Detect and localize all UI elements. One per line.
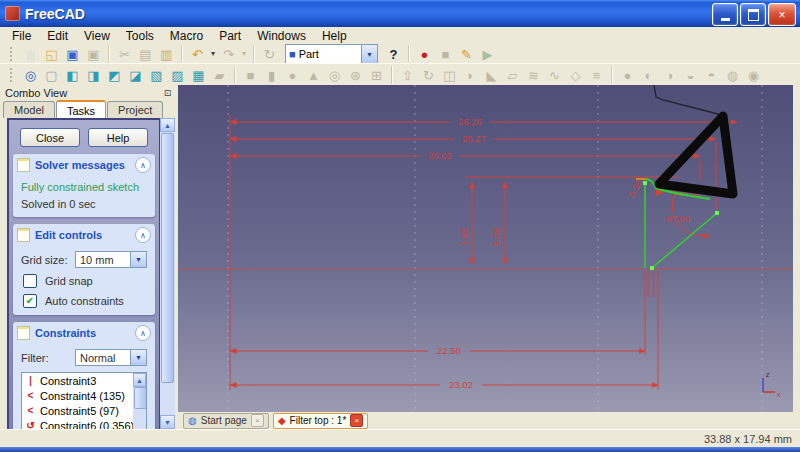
- tube-primitive-icon[interactable]: ⊛: [346, 66, 365, 85]
- menu-item[interactable]: Edit: [39, 28, 76, 44]
- rear-view-icon[interactable]: ◪: [126, 66, 145, 85]
- shape-builder-icon[interactable]: ⊞: [367, 66, 386, 85]
- refresh-icon[interactable]: ↻: [260, 45, 279, 64]
- minimize-button[interactable]: [712, 3, 738, 26]
- constraint-list-item[interactable]: ∣ Constraint3: [22, 373, 146, 388]
- left-view-icon[interactable]: ▨: [168, 66, 187, 85]
- sweep-icon[interactable]: ∿: [545, 66, 564, 85]
- filter-dropdown-icon[interactable]: ▼: [130, 350, 146, 365]
- dimension-labels[interactable]: 26.26 25.27 25.02 4.98 5.08 22.50 23.02 …: [428, 116, 700, 390]
- new-file-icon[interactable]: ▯: [21, 45, 40, 64]
- torus-primitive-icon[interactable]: ◎: [325, 66, 344, 85]
- toolbar-separator[interactable]: [611, 66, 613, 84]
- save-icon[interactable]: ▣: [63, 45, 82, 64]
- dimension-lines[interactable]: [230, 115, 737, 390]
- collapse-icon[interactable]: ∧: [135, 157, 151, 173]
- constraint-list-scrollbar[interactable]: ▲ ▼: [133, 373, 146, 433]
- redo-dropdown-icon[interactable]: ▾: [240, 45, 248, 64]
- combo-view-title[interactable]: Combo View: [0, 85, 183, 100]
- grid-size-select[interactable]: 10 mm ▼: [75, 251, 147, 268]
- tab-tasks[interactable]: Tasks: [56, 100, 106, 119]
- offset-icon[interactable]: ≡: [587, 66, 606, 85]
- macro-stop-icon[interactable]: ■: [436, 45, 455, 64]
- menu-item[interactable]: View: [76, 28, 118, 44]
- ruled-surface-icon[interactable]: ▱: [503, 66, 522, 85]
- section-icon[interactable]: ◇: [566, 66, 585, 85]
- chamfer-icon[interactable]: ◣: [482, 66, 501, 85]
- check-geometry-icon[interactable]: ◓: [702, 66, 721, 85]
- constraint-list-item[interactable]: < Constraint4 (135): [22, 388, 146, 403]
- mirror-icon[interactable]: ◫: [440, 66, 459, 85]
- undo-dropdown-icon[interactable]: ▾: [209, 45, 217, 64]
- eraser-icon[interactable]: ▰: [210, 66, 229, 85]
- toolbar-separator[interactable]: [181, 45, 183, 63]
- collapse-icon[interactable]: ∧: [135, 325, 151, 341]
- panel-scrollbar[interactable]: ▲ ▼: [160, 118, 175, 429]
- 3d-viewport[interactable]: 26.26 25.27 25.02 4.98 5.08 22.50 23.02 …: [178, 85, 793, 412]
- export-icon[interactable]: ▣: [84, 45, 103, 64]
- part-outline[interactable]: [654, 85, 722, 115]
- defeaturing-icon[interactable]: ◍: [723, 66, 742, 85]
- scroll-up-icon[interactable]: ▲: [160, 118, 175, 132]
- toolbar-separator[interactable]: [408, 45, 410, 63]
- top-view-icon[interactable]: ◨: [84, 66, 103, 85]
- restore-button[interactable]: [740, 3, 766, 26]
- whatsthis-icon[interactable]: ?: [384, 45, 403, 64]
- workbench-selector[interactable]: ■ Part ▼: [285, 44, 378, 64]
- workbench-dropdown-icon[interactable]: ▼: [361, 45, 377, 63]
- menu-item[interactable]: Help: [314, 28, 355, 44]
- axonometric-view-icon[interactable]: ▢: [42, 66, 61, 85]
- grid-size-dropdown-icon[interactable]: ▼: [130, 252, 146, 267]
- compound-icon[interactable]: ◉: [744, 66, 763, 85]
- draw-style-icon[interactable]: ▦: [189, 66, 208, 85]
- scrollbar-thumb[interactable]: [161, 133, 174, 383]
- toolbar-separator[interactable]: [108, 45, 110, 63]
- title-bar[interactable]: FreeCAD ×: [0, 0, 800, 27]
- copy-icon[interactable]: ▤: [136, 45, 155, 64]
- paste-icon[interactable]: ▥: [157, 45, 176, 64]
- macro-record-icon[interactable]: ●: [415, 45, 434, 64]
- fit-all-icon[interactable]: ◎: [21, 66, 40, 85]
- bottom-view-icon[interactable]: ▧: [147, 66, 166, 85]
- extrude-icon[interactable]: ⇧: [398, 66, 417, 85]
- boolean-cut-icon[interactable]: ◑: [660, 66, 679, 85]
- tab-filter-top[interactable]: ◆ Filter top : 1* ×: [273, 413, 368, 429]
- scroll-up-icon[interactable]: ▲: [133, 373, 146, 387]
- menu-item[interactable]: Part: [211, 28, 249, 44]
- redo-icon[interactable]: ↷: [219, 45, 238, 64]
- undo-icon[interactable]: ↶: [188, 45, 207, 64]
- close-task-button[interactable]: Close: [20, 128, 80, 147]
- tab-start-page[interactable]: ◍ Start page ×: [183, 413, 269, 429]
- cone-primitive-icon[interactable]: ▲: [304, 66, 323, 85]
- collapse-icon[interactable]: ∧: [135, 227, 151, 243]
- open-file-icon[interactable]: ◱: [42, 45, 61, 64]
- tab-close-icon[interactable]: ×: [251, 414, 264, 427]
- box-primitive-icon[interactable]: ■: [241, 66, 260, 85]
- menu-item[interactable]: File: [4, 28, 39, 44]
- menu-item[interactable]: Macro: [162, 28, 211, 44]
- front-view-icon[interactable]: ◧: [63, 66, 82, 85]
- help-button[interactable]: Help: [88, 128, 148, 147]
- boolean-common-icon[interactable]: ◐: [639, 66, 658, 85]
- scrollbar-thumb[interactable]: [134, 387, 147, 409]
- cut-icon[interactable]: ✂: [115, 45, 134, 64]
- sphere-primitive-icon[interactable]: ●: [283, 66, 302, 85]
- dock-float-icon[interactable]: ⊡: [162, 87, 173, 98]
- macro-edit-icon[interactable]: ✎: [457, 45, 476, 64]
- toolbar-separator[interactable]: [234, 66, 236, 84]
- cylinder-primitive-icon[interactable]: ▮: [262, 66, 281, 85]
- constraint-filter-select[interactable]: Normal ▼: [75, 349, 147, 366]
- boolean-section-icon[interactable]: ◒: [681, 66, 700, 85]
- close-button[interactable]: ×: [768, 3, 796, 26]
- toolbar-separator[interactable]: [391, 66, 393, 84]
- right-view-icon[interactable]: ◩: [105, 66, 124, 85]
- fillet-icon[interactable]: ◗: [461, 66, 480, 85]
- tab-model[interactable]: Model: [3, 101, 55, 118]
- scroll-down-icon[interactable]: ▼: [160, 415, 175, 429]
- tab-close-icon[interactable]: ×: [350, 414, 363, 427]
- loft-icon[interactable]: ≋: [524, 66, 543, 85]
- constraint-list-item[interactable]: < Constraint5 (97): [22, 403, 146, 418]
- menu-item[interactable]: Tools: [118, 28, 162, 44]
- auto-constraints-checkbox[interactable]: ✔: [23, 294, 37, 308]
- tab-project[interactable]: Project: [107, 101, 163, 118]
